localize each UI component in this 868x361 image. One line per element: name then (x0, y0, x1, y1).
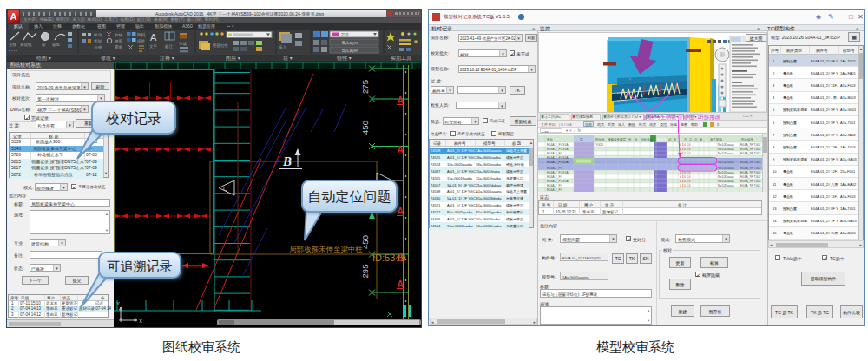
svg-text:ByLayer: ByLayer (342, 40, 358, 45)
svg-text:圆弧: 圆弧 (52, 43, 61, 47)
svg-text:YG20: YG20 (595, 143, 603, 147)
svg-text:构件: 构件 (546, 138, 554, 141)
svg-text:层: 层 (580, 138, 583, 141)
svg-text:构件信: 构件信 (656, 138, 667, 141)
svg-text:文字: 文字 (149, 44, 158, 49)
svg-text:E04A.2_F#G1A: E04A.2_F#G1A (547, 171, 569, 174)
svg-text:4 1 0 1 0: 4 1 0 1 0 (680, 143, 691, 147)
svg-text:E04A_9F T002: E04A_9F T002 (740, 167, 761, 170)
svg-text:No10Daaaa: No10Daaaa (718, 143, 734, 147)
svg-text:No10Daaaa: No10Daaaa (718, 161, 734, 164)
svg-text:质: 质 (694, 138, 698, 141)
svg-text:圆角: 圆角 (115, 45, 122, 50)
svg-text:E04A_9F T002: E04A_9F T002 (740, 148, 761, 151)
svg-text:E04A.2_F#: E04A.2_F# (547, 175, 562, 179)
svg-text:移动: 移动 (93, 33, 102, 37)
svg-text:E04A.2_F#: E04A.2_F# (547, 167, 562, 170)
svg-text:E04A.2_F#: E04A.2_F# (547, 184, 562, 187)
svg-text:No10Daaaa: No10Daaaa (718, 175, 734, 179)
svg-text:备: 备 (700, 138, 703, 141)
svg-text:备注明细: 备注明细 (710, 137, 723, 141)
svg-text:记: 记 (668, 138, 672, 141)
svg-text:No10Daaaa: No10Daaaa (718, 148, 734, 151)
svg-text:缩放: 缩放 (137, 38, 146, 43)
svg-text:E04A_9F T002: E04A_9F T002 (740, 161, 761, 164)
svg-text:No10Daaaa: No10Daaaa (718, 152, 734, 155)
svg-text:天: 天 (674, 137, 677, 141)
svg-text:A: A (150, 32, 157, 43)
svg-text:构件编号: 构件编号 (740, 138, 754, 141)
svg-text:4 1 0 1 0: 4 1 0 1 0 (680, 180, 691, 183)
svg-text:E04A.2_F#G1A: E04A.2_F#G1A (547, 148, 569, 151)
svg-text:E04A.2_F#: E04A.2_F# (547, 152, 562, 155)
svg-text:多段线: 多段线 (20, 43, 32, 47)
svg-text:E04A.2_F#G1A: E04A.2_F#G1A (547, 143, 569, 147)
svg-text:楼层: 楼层 (620, 138, 627, 141)
svg-text:图层特性: 图层特性 (213, 43, 229, 49)
svg-text:修剪: 修剪 (115, 39, 123, 44)
svg-text:▪ ▪ ▪ ▪: ▪ ▪ ▪ ▪ (9, 49, 18, 53)
svg-text:E04A.2_F#: E04A.2_F# (547, 188, 562, 192)
svg-text:295: 295 (360, 265, 370, 279)
svg-text:局部板箍未伸至梁中柱: 局部板箍未伸至梁中柱 (289, 245, 363, 253)
svg-text:旋转: 旋转 (115, 33, 123, 37)
svg-text:E04A.2_F#G1A: E04A.2_F#G1A (547, 156, 569, 160)
svg-text:Y: Y (116, 301, 120, 306)
svg-text:210: 210 (341, 32, 349, 37)
svg-text:X: X (139, 318, 142, 324)
svg-text:状: 状 (634, 138, 638, 141)
svg-text:No10Daaaa: No10Daaaa (718, 184, 734, 187)
svg-text:E04A_9F T002: E04A_9F T002 (740, 171, 761, 174)
svg-text:4 1 0 1 0: 4 1 0 1 0 (680, 184, 691, 187)
svg-text:E04A_9F T002: E04A_9F T002 (740, 143, 761, 147)
svg-text:4 1 0 1 0: 4 1 0 1 0 (680, 171, 691, 174)
svg-text:ByLayer: ByLayer (342, 48, 358, 53)
svg-text:E04A_9F T002: E04A_9F T002 (740, 180, 761, 183)
svg-text:工: 工 (689, 137, 693, 141)
svg-text:引线: 引线 (179, 42, 187, 46)
svg-text:No10Daaaa: No10Daaaa (718, 167, 734, 170)
svg-text:No10Daaaa: No10Daaaa (718, 180, 734, 183)
svg-text:275: 275 (360, 80, 370, 94)
svg-text:E04A.2_F#G1A: E04A.2_F#G1A (547, 180, 569, 183)
svg-text:E04A_9F T002: E04A_9F T002 (740, 175, 761, 179)
svg-text:E04A.2_F#G1A: E04A.2_F#G1A (547, 161, 569, 164)
svg-text:No10Daaaa: No10Daaaa (718, 171, 734, 174)
svg-text:构件号: 构件号 (595, 138, 605, 141)
svg-text:4 1 0 1 0: 4 1 0 1 0 (680, 175, 691, 179)
svg-text:阵列: 阵列 (137, 32, 146, 37)
svg-text:C: C (223, 186, 227, 192)
svg-text:圆: 圆 (42, 43, 46, 47)
svg-text:插入: 插入 (278, 45, 287, 49)
svg-text:复制: 复制 (94, 39, 102, 43)
svg-text:450: 450 (360, 121, 370, 135)
svg-text:类: 类 (628, 138, 632, 141)
svg-text:日检查组: 日检查组 (641, 138, 654, 141)
svg-text:ID:5349: ID:5349 (372, 253, 406, 263)
svg-text:直线: 直线 (9, 43, 17, 47)
svg-text:4 1 0 1 0: 4 1 0 1 0 (680, 148, 691, 151)
svg-text:E04A_9F T002: E04A_9F T002 (740, 184, 761, 187)
svg-text:B: B (282, 154, 292, 168)
svg-text:标注: 标注 (164, 44, 174, 49)
svg-text:拉伸: 拉伸 (94, 45, 102, 49)
svg-text:模型编号: 模型编号 (608, 137, 621, 141)
svg-text:五: 五 (684, 138, 687, 141)
svg-text:E04A_9F T002: E04A_9F T002 (740, 152, 761, 155)
svg-text:450: 450 (360, 235, 370, 249)
